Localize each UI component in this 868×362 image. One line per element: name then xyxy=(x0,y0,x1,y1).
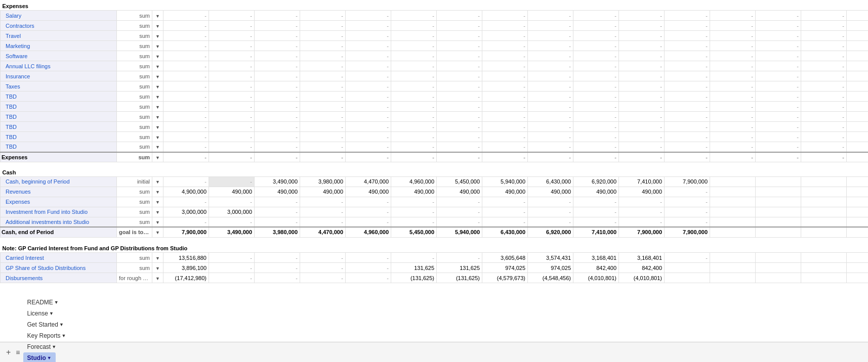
data-cell[interactable]: - xyxy=(482,152,528,162)
data-cell[interactable]: - xyxy=(209,71,255,81)
data-cell[interactable]: - xyxy=(665,21,710,31)
data-cell[interactable]: - xyxy=(300,263,346,273)
dropdown-arrow-icon[interactable]: ▼ xyxy=(155,74,160,79)
data-cell[interactable] xyxy=(847,176,869,187)
data-cell[interactable] xyxy=(801,207,847,217)
data-cell[interactable] xyxy=(756,273,801,283)
data-cell[interactable]: - xyxy=(756,92,801,102)
data-cell[interactable]: - xyxy=(482,41,528,51)
row-arrow[interactable]: ▼ xyxy=(152,263,163,273)
data-cell[interactable]: - xyxy=(573,207,619,217)
data-cell[interactable]: - xyxy=(665,102,710,112)
data-cell[interactable]: - xyxy=(255,207,300,217)
data-cell[interactable]: - xyxy=(300,253,346,263)
data-cell[interactable]: - xyxy=(801,142,847,152)
data-cell[interactable]: - xyxy=(346,112,391,122)
data-cell[interactable]: - xyxy=(710,11,756,21)
row-initial[interactable]: - xyxy=(163,176,209,187)
data-cell[interactable]: - xyxy=(619,152,665,162)
data-cell[interactable]: - xyxy=(346,81,391,92)
row-arrow[interactable]: ▼ xyxy=(152,102,163,112)
data-cell[interactable]: - xyxy=(255,51,300,61)
data-cell[interactable]: - xyxy=(710,122,756,132)
dropdown-arrow-icon[interactable]: ▼ xyxy=(155,95,160,100)
data-cell[interactable]: - xyxy=(300,31,346,41)
data-cell[interactable]: - xyxy=(346,142,391,152)
dropdown-arrow-icon[interactable]: ▼ xyxy=(155,230,160,235)
row-arrow[interactable]: ▼ xyxy=(152,122,163,132)
data-cell[interactable]: - xyxy=(482,122,528,132)
data-cell[interactable]: 6,430,000 xyxy=(482,227,528,237)
data-cell[interactable]: - xyxy=(801,102,847,112)
data-cell[interactable]: - xyxy=(437,81,482,92)
data-cell[interactable]: - xyxy=(209,81,255,92)
row-arrow[interactable]: ▼ xyxy=(152,227,163,237)
data-cell[interactable]: - xyxy=(756,122,801,132)
data-cell[interactable]: - xyxy=(209,41,255,51)
data-cell[interactable]: - xyxy=(255,11,300,21)
data-cell[interactable] xyxy=(710,217,756,227)
data-cell[interactable]: - xyxy=(209,152,255,162)
data-cell[interactable]: 3,490,000 xyxy=(209,227,255,237)
data-cell[interactable]: - xyxy=(710,152,756,162)
dropdown-arrow-icon[interactable]: ▼ xyxy=(155,34,160,39)
data-cell[interactable]: 3,168,401 xyxy=(619,253,665,263)
data-cell[interactable]: - xyxy=(255,102,300,112)
data-cell[interactable]: 3,490,000 xyxy=(255,176,300,187)
data-cell[interactable]: - xyxy=(619,11,665,21)
data-cell[interactable]: - xyxy=(847,41,869,51)
data-cell[interactable]: - xyxy=(391,11,437,21)
data-cell[interactable]: - xyxy=(665,81,710,92)
data-cell[interactable]: - xyxy=(209,122,255,132)
data-cell[interactable]: - xyxy=(300,61,346,71)
data-cell[interactable]: - xyxy=(346,21,391,31)
data-cell[interactable]: - xyxy=(847,81,869,92)
data-cell[interactable]: - xyxy=(619,71,665,81)
data-cell[interactable] xyxy=(710,273,756,283)
data-cell[interactable]: - xyxy=(665,41,710,51)
data-cell[interactable]: - xyxy=(255,81,300,92)
data-cell[interactable]: - xyxy=(528,11,573,21)
data-cell[interactable]: - xyxy=(847,51,869,61)
row-initial[interactable]: - xyxy=(163,11,209,21)
data-cell[interactable]: - xyxy=(482,92,528,102)
row-name[interactable]: Taxes xyxy=(1,81,117,92)
data-cell[interactable]: - xyxy=(209,142,255,152)
data-cell[interactable]: 131,625 xyxy=(391,263,437,273)
data-cell[interactable] xyxy=(756,227,801,237)
data-cell[interactable]: - xyxy=(346,207,391,217)
data-cell[interactable]: - xyxy=(300,71,346,81)
data-cell[interactable]: 974,025 xyxy=(528,263,573,273)
data-cell[interactable]: - xyxy=(482,217,528,227)
data-cell[interactable] xyxy=(801,273,847,283)
data-cell[interactable] xyxy=(847,227,869,237)
data-cell[interactable]: - xyxy=(847,21,869,31)
data-cell[interactable]: - xyxy=(300,112,346,122)
dropdown-arrow-icon[interactable]: ▼ xyxy=(155,84,160,89)
data-cell[interactable]: - xyxy=(346,253,391,263)
data-cell[interactable]: - xyxy=(300,197,346,207)
data-cell[interactable]: - xyxy=(847,122,869,132)
data-cell[interactable]: 490,000 xyxy=(437,187,482,197)
data-cell[interactable]: - xyxy=(391,31,437,41)
data-cell[interactable]: 842,400 xyxy=(619,263,665,273)
data-cell[interactable]: - xyxy=(300,273,346,283)
data-cell[interactable]: - xyxy=(710,92,756,102)
dropdown-arrow-icon[interactable]: ▼ xyxy=(155,190,160,195)
data-cell[interactable]: - xyxy=(619,51,665,61)
dropdown-arrow-icon[interactable]: ▼ xyxy=(155,24,160,29)
data-cell[interactable] xyxy=(710,197,756,207)
data-cell[interactable]: - xyxy=(209,273,255,283)
row-initial[interactable]: - xyxy=(163,31,209,41)
data-cell[interactable]: - xyxy=(437,102,482,112)
data-cell[interactable]: - xyxy=(665,112,710,122)
row-initial[interactable]: - xyxy=(163,217,209,227)
data-cell[interactable]: - xyxy=(209,31,255,41)
data-cell[interactable]: - xyxy=(528,152,573,162)
data-cell[interactable]: - xyxy=(801,51,847,61)
data-cell[interactable]: - xyxy=(437,21,482,31)
data-cell[interactable] xyxy=(801,227,847,237)
data-cell[interactable]: - xyxy=(528,122,573,132)
data-cell[interactable]: (4,010,801) xyxy=(619,273,665,283)
data-cell[interactable] xyxy=(756,176,801,187)
